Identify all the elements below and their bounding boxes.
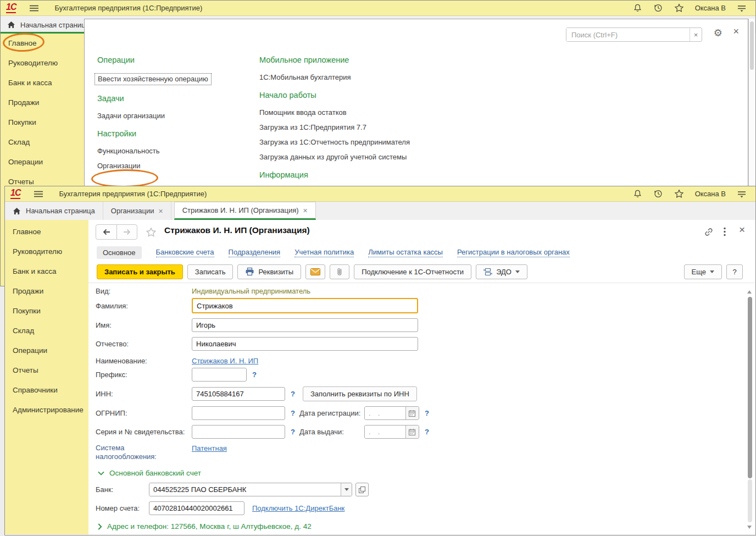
sidebar-item-sklad[interactable]: Склад — [1, 132, 84, 152]
sidebar-item-prodazhi[interactable]: Продажи — [1, 93, 84, 113]
sections-panel-icon[interactable] — [737, 190, 747, 198]
reg-date-input[interactable] — [365, 407, 405, 419]
reg-date-hint-icon[interactable]: ? — [425, 409, 429, 417]
tab-home[interactable]: Начальная страница — [5, 202, 103, 220]
tab-strizhakov-org[interactable]: Стрижаков И. Н. ИП (Организация) × — [174, 202, 316, 220]
favorites-star-icon[interactable] — [674, 3, 684, 13]
issue-date-input[interactable] — [365, 426, 405, 438]
save-and-close-button[interactable]: Записать и закрыть — [97, 264, 183, 279]
home-link-mobile-accounting[interactable]: 1С:Мобильная бухгалтерия — [259, 73, 441, 82]
lastname-input[interactable] — [192, 298, 418, 313]
sidebar-item-operacii[interactable]: Операции — [1, 152, 84, 172]
search-clear-button[interactable]: × — [690, 28, 702, 41]
history-icon[interactable] — [653, 189, 663, 198]
fullname-link[interactable]: Стрижаков И. Н. ИП — [192, 357, 258, 365]
forward-button[interactable] — [116, 225, 137, 239]
home-link-load-other-system[interactable]: Загрузка данных из другой учетной систем… — [259, 153, 441, 162]
more-actions-kebab-icon[interactable] — [724, 227, 726, 239]
home-link-enter-operation[interactable]: Ввести хозяйственную операцию — [97, 73, 257, 85]
sidebar-item-operacii[interactable]: Операции — [5, 341, 88, 361]
scrollbar-down-arrow[interactable] — [747, 526, 752, 531]
bank-input[interactable] — [149, 483, 341, 496]
form-scrollbar[interactable] — [746, 288, 753, 531]
main-menu-icon[interactable] — [34, 190, 43, 198]
home-link-functionality[interactable]: Функциональность — [97, 147, 257, 156]
combo-dropdown-icon[interactable] — [341, 483, 352, 496]
sidebar-item-glavnoe[interactable]: Главное — [5, 222, 88, 242]
user-name[interactable]: Оксана В — [695, 190, 726, 198]
calendar-icon[interactable] — [405, 407, 419, 419]
inn-hint-icon[interactable]: ? — [291, 390, 295, 398]
directbank-connect-link[interactable]: Подключить 1С:ДиректБанк — [252, 504, 344, 512]
home-link-load-77[interactable]: Загрузка из 1С:Предприятия 7.7 — [259, 123, 441, 132]
ogrnip-input[interactable] — [192, 406, 285, 420]
form-close-icon[interactable]: × — [739, 224, 745, 235]
prefix-hint-icon[interactable]: ? — [252, 371, 257, 379]
tab-close-icon[interactable]: × — [158, 207, 163, 215]
fill-by-inn-button[interactable]: Заполнить реквизиты по ИНН — [303, 386, 417, 401]
search-input[interactable] — [566, 28, 690, 41]
nav-departments[interactable]: Подразделения — [229, 248, 281, 257]
tab-organizations[interactable]: Организации × — [103, 202, 171, 220]
sections-panel-icon[interactable] — [737, 4, 747, 12]
home-link-load-reporting[interactable]: Загрузка из 1С:Отчетность предпринимател… — [259, 138, 441, 147]
firstname-input[interactable] — [192, 318, 418, 332]
certificate-input[interactable] — [192, 425, 285, 439]
prefix-input[interactable] — [192, 368, 247, 382]
sidebar-item-bank-kassa[interactable]: Банк и касса — [1, 73, 84, 93]
tax-system-link[interactable]: Патентная — [192, 444, 227, 452]
get-link-icon[interactable] — [704, 227, 714, 239]
open-bank-card-icon[interactable] — [355, 483, 369, 496]
scrollbar-up-arrow[interactable] — [747, 288, 752, 294]
main-bank-account-section-toggle[interactable]: Основной банковский счет — [98, 469, 755, 477]
favorite-star-icon[interactable] — [146, 227, 157, 240]
requisites-button[interactable]: Реквизиты — [237, 264, 301, 279]
attachments-button[interactable] — [330, 264, 349, 279]
user-name[interactable]: Оксана В — [695, 4, 726, 12]
nav-main[interactable]: Основное — [97, 246, 142, 259]
sidebar-item-otchety[interactable]: Отчеты — [5, 361, 88, 380]
address-phone-section-toggle[interactable]: Адрес и телефон: 127566, Москва г, ш Алт… — [98, 522, 755, 531]
nav-accounting-policy[interactable]: Учетная политика — [294, 248, 354, 257]
sidebar-item-spravochniki[interactable]: Справочники — [5, 380, 88, 400]
favorites-star-icon[interactable] — [674, 189, 684, 198]
account-number-input[interactable] — [149, 501, 244, 515]
more-button[interactable]: Еще — [684, 264, 722, 279]
connect-1c-reporting-button[interactable]: Подключение к 1С-Отчетности — [354, 264, 471, 279]
sidebar-item-rukovoditelyu[interactable]: Руководителю — [1, 53, 84, 73]
certificate-hint-icon[interactable]: ? — [291, 428, 295, 436]
email-button[interactable] — [305, 264, 325, 279]
help-button[interactable]: ? — [726, 264, 743, 279]
issue-date-hint-icon[interactable]: ? — [425, 428, 429, 436]
gear-icon[interactable]: ⚙ — [714, 28, 722, 38]
sidebar-item-prodazhi[interactable]: Продажи — [5, 281, 88, 301]
sidebar-item-bank-kassa[interactable]: Банк и касса — [5, 262, 88, 281]
panel-close-icon[interactable]: × — [733, 26, 739, 36]
calendar-icon[interactable] — [405, 426, 419, 438]
notifications-bell-icon[interactable] — [633, 189, 642, 198]
nav-cash-limits[interactable]: Лимиты остатка кассы — [368, 248, 443, 257]
history-icon[interactable] — [653, 3, 663, 13]
notifications-bell-icon[interactable] — [633, 3, 642, 13]
main-menu-icon[interactable] — [29, 4, 39, 12]
sidebar-item-pokupki[interactable]: Покупки — [1, 113, 84, 132]
sidebar-item-rukovoditelyu[interactable]: Руководителю — [5, 242, 88, 262]
tab-home[interactable]: Начальная страница — [1, 16, 84, 34]
scrollbar-track[interactable] — [748, 479, 752, 522]
ogrnip-hint-icon[interactable]: ? — [291, 409, 295, 417]
home-link-organizations[interactable]: Организации — [97, 162, 257, 170]
save-button[interactable]: Записать — [187, 264, 234, 279]
sidebar-item-sklad[interactable]: Склад — [5, 321, 88, 341]
tab-close-icon[interactable]: × — [303, 207, 308, 214]
back-button[interactable] — [96, 225, 116, 239]
nav-bank-accounts[interactable]: Банковские счета — [156, 248, 214, 257]
sidebar-item-administrirovanie[interactable]: Администрирование — [5, 400, 88, 420]
sidebar-item-glavnoe[interactable]: Главное — [1, 34, 84, 53]
top-window-scrollbar-thumb[interactable] — [750, 21, 754, 70]
home-link-balance-assistant[interactable]: Помощник ввода остатков — [259, 108, 441, 117]
home-link-org-tasks[interactable]: Задачи организации — [97, 112, 257, 120]
middlename-input[interactable] — [192, 337, 418, 351]
scrollbar-thumb[interactable] — [748, 297, 752, 478]
sidebar-item-pokupki[interactable]: Покупки — [5, 301, 88, 321]
inn-input[interactable] — [192, 387, 285, 401]
